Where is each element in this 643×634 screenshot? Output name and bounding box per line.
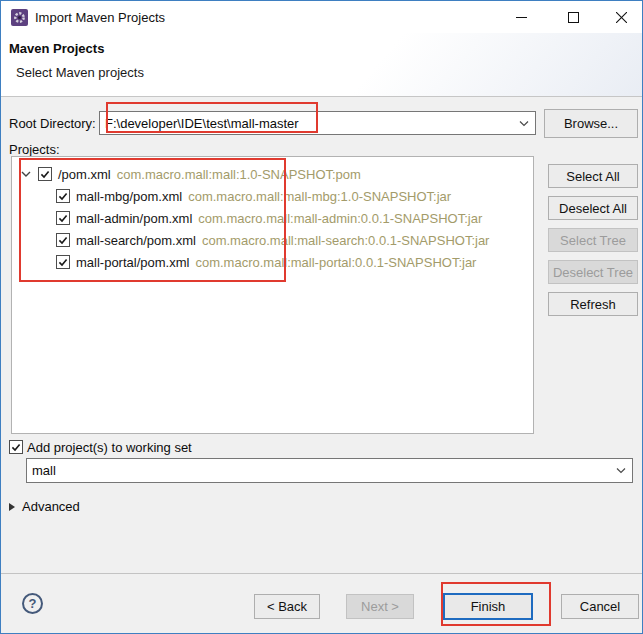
help-icon[interactable]: ? — [22, 593, 43, 614]
maximize-icon[interactable] — [556, 1, 590, 33]
root-directory-label: Root Directory: — [9, 116, 96, 131]
close-icon[interactable] — [604, 1, 638, 33]
tree-row-pom[interactable]: /pom.xml com.macro.mall:mall:1.0-SNAPSHO… — [20, 163, 361, 185]
checkbox-checked-icon[interactable] — [38, 167, 52, 181]
wizard-header: Maven Projects Select Maven projects — [1, 33, 642, 97]
working-set-combo[interactable]: mall — [26, 458, 633, 483]
tree-item-coords: com.macro.mall:mall-portal:0.0.1-SNAPSHO… — [195, 255, 476, 270]
working-set-label[interactable]: Add project(s) to working set — [27, 440, 192, 455]
page-subtitle: Select Maven projects — [16, 65, 144, 80]
minimize-icon[interactable] — [504, 1, 538, 33]
tree-row-mall-admin[interactable]: mall-admin/pom.xml com.macro.mall:mall-a… — [56, 207, 482, 229]
maven-import-icon — [11, 9, 28, 26]
refresh-button[interactable]: Refresh — [548, 292, 638, 316]
tree-item-name: mall-search/pom.xml — [76, 233, 196, 248]
window-title: Import Maven Projects — [35, 1, 165, 33]
back-button[interactable]: < Back — [254, 594, 320, 619]
checkbox-checked-icon[interactable] — [56, 233, 70, 247]
projects-label: Projects: — [9, 142, 60, 157]
tree-item-name: /pom.xml — [58, 167, 111, 182]
browse-button[interactable]: Browse... — [544, 109, 638, 138]
tree-row-mall-search[interactable]: mall-search/pom.xml com.macro.mall:mall-… — [56, 229, 489, 251]
tree-expander-icon[interactable] — [20, 170, 32, 178]
select-tree-button: Select Tree — [548, 228, 638, 252]
deselect-tree-button: Deselect Tree — [548, 260, 638, 284]
checkbox-checked-icon[interactable] — [56, 255, 70, 269]
tree-item-name: mall-mbg/pom.xml — [76, 189, 182, 204]
advanced-expander[interactable]: Advanced — [9, 499, 80, 514]
root-directory-value[interactable]: F:\developer\IDE\test\mall-master — [100, 116, 513, 131]
tree-item-coords: com.macro.mall:mall:1.0-SNAPSHOT:pom — [117, 167, 361, 182]
working-set-checkbox[interactable] — [9, 440, 23, 454]
tree-row-mall-portal[interactable]: mall-portal/pom.xml com.macro.mall:mall-… — [56, 251, 476, 273]
import-maven-projects-dialog: Import Maven Projects Maven Projects Sel… — [0, 0, 643, 634]
footer-divider — [1, 573, 642, 574]
root-directory-combo[interactable]: F:\developer\IDE\test\mall-master — [99, 111, 536, 135]
projects-tree[interactable]: /pom.xml com.macro.mall:mall:1.0-SNAPSHO… — [11, 156, 534, 434]
tree-item-coords: com.macro.mall:mall-search:0.0.1-SNAPSHO… — [202, 233, 490, 248]
tree-item-name: mall-portal/pom.xml — [76, 255, 189, 270]
finish-button[interactable]: Finish — [443, 593, 533, 620]
working-set-value[interactable]: mall — [27, 463, 610, 478]
tree-item-name: mall-admin/pom.xml — [76, 211, 192, 226]
checkbox-checked-icon[interactable] — [56, 189, 70, 203]
tree-row-mall-mbg[interactable]: mall-mbg/pom.xml com.macro.mall:mall-mbg… — [56, 185, 451, 207]
chevron-down-icon[interactable] — [513, 120, 535, 127]
next-button: Next > — [346, 594, 414, 619]
deselect-all-button[interactable]: Deselect All — [548, 196, 638, 220]
chevron-down-icon[interactable] — [610, 467, 632, 474]
tree-item-coords: com.macro.mall:mall-admin:0.0.1-SNAPSHOT… — [198, 211, 482, 226]
page-title: Maven Projects — [9, 41, 104, 56]
title-bar: Import Maven Projects — [1, 1, 642, 33]
triangle-right-icon — [9, 503, 15, 511]
cancel-button[interactable]: Cancel — [561, 594, 639, 619]
select-all-button[interactable]: Select All — [548, 164, 638, 188]
advanced-label: Advanced — [22, 499, 80, 514]
tree-item-coords: com.macro.mall:mall-mbg:1.0-SNAPSHOT:jar — [188, 189, 451, 204]
checkbox-checked-icon[interactable] — [56, 211, 70, 225]
